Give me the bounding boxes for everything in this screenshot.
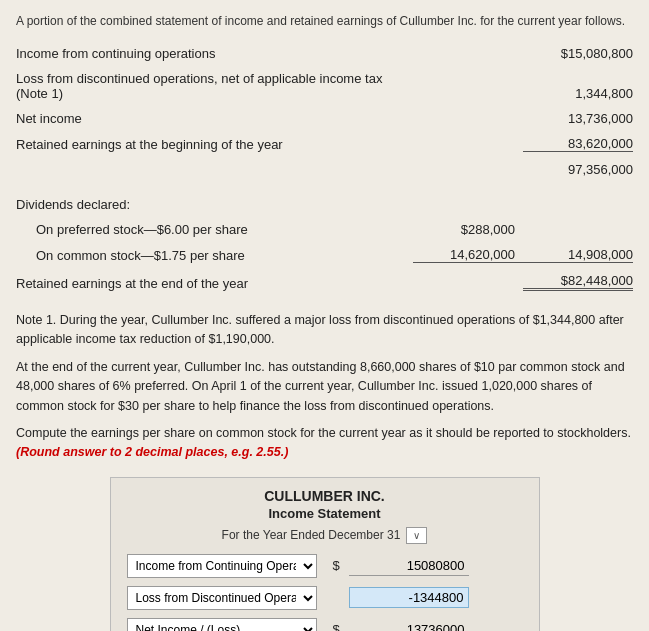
fin-row-3: Net income 13,736,000 bbox=[16, 109, 633, 128]
fin-row-2: Loss from discontinued operations, net o… bbox=[16, 69, 633, 103]
fin-div-col2-2: 14,908,000 bbox=[523, 247, 633, 263]
form-company: CULLUMBER INC. bbox=[127, 488, 523, 504]
fin-label-4: Retained earnings at the beginning of th… bbox=[16, 137, 413, 152]
fin-row-div-2: On common stock—$1.75 per share 14,620,0… bbox=[16, 245, 633, 265]
fin-row-5: 97,356,000 bbox=[16, 160, 633, 179]
field-label-wrapper-2: Loss from Discontinued Operations bbox=[127, 586, 327, 610]
note3-highlight: (Round answer to 2 decimal places, e.g. … bbox=[16, 445, 288, 459]
page-container: A portion of the combined statement of i… bbox=[0, 0, 649, 631]
fin-row-retained-end: Retained earnings at the end of the year… bbox=[16, 271, 633, 293]
fin-col2-4: 83,620,000 bbox=[523, 136, 633, 152]
fin-col2-3: 13,736,000 bbox=[523, 111, 633, 126]
fin-row-4: Retained earnings at the beginning of th… bbox=[16, 134, 633, 154]
form-field-row-2: Loss from Discontinued Operations bbox=[127, 586, 523, 610]
note3: Compute the earnings per share on common… bbox=[16, 424, 633, 463]
financial-table: Income from continuing operations $15,08… bbox=[16, 44, 633, 293]
form-field-row-3: Net Income / (Loss) $ bbox=[127, 618, 523, 631]
chevron-down-icon: ∨ bbox=[413, 530, 420, 541]
dollar-sign-3: $ bbox=[333, 622, 343, 631]
form-field-row-1: Income from Continuing Operations $ bbox=[127, 554, 523, 578]
fin-div-label-1: On preferred stock—$6.00 per share bbox=[36, 222, 413, 237]
field-input-2[interactable] bbox=[349, 587, 469, 608]
form-period-label: For the Year Ended December 31 bbox=[222, 528, 401, 542]
fin-label-3: Net income bbox=[16, 111, 413, 126]
field-label-wrapper-1: Income from Continuing Operations bbox=[127, 554, 327, 578]
note3-prefix: Compute the earnings per share on common… bbox=[16, 426, 631, 440]
fin-div-label-2: On common stock—$1.75 per share bbox=[36, 248, 413, 263]
field-label-select-1[interactable]: Income from Continuing Operations bbox=[127, 554, 317, 578]
period-dropdown[interactable]: ∨ bbox=[406, 527, 427, 544]
fin-dividends-label: Dividends declared: bbox=[16, 197, 413, 212]
fin-row-div-header: Dividends declared: bbox=[16, 195, 633, 214]
intro-text: A portion of the combined statement of i… bbox=[16, 12, 633, 30]
form-period-row: For the Year Ended December 31 ∨ bbox=[127, 527, 523, 544]
fin-label-2: Loss from discontinued operations, net o… bbox=[16, 71, 413, 101]
form-title: Income Statement bbox=[127, 506, 523, 521]
field-label-select-3[interactable]: Net Income / (Loss) bbox=[127, 618, 317, 631]
fin-retained-end-value: $82,448,000 bbox=[523, 273, 633, 291]
field-label-wrapper-3: Net Income / (Loss) bbox=[127, 618, 327, 631]
notes-section: Note 1. During the year, Cullumber Inc. … bbox=[16, 311, 633, 463]
field-input-3[interactable] bbox=[349, 620, 469, 631]
fin-col2-2: 1,344,800 bbox=[523, 86, 633, 101]
fin-col2-1: $15,080,800 bbox=[523, 46, 633, 61]
field-input-1[interactable] bbox=[349, 556, 469, 576]
fin-retained-end-label: Retained earnings at the end of the year bbox=[16, 276, 413, 291]
fin-div-col1-2: 14,620,000 bbox=[413, 247, 523, 263]
fin-row-div-1: On preferred stock—$6.00 per share $288,… bbox=[16, 220, 633, 239]
fin-row-1: Income from continuing operations $15,08… bbox=[16, 44, 633, 63]
income-statement-form: CULLUMBER INC. Income Statement For the … bbox=[110, 477, 540, 631]
note2: At the end of the current year, Cullumbe… bbox=[16, 358, 633, 416]
fin-label-1: Income from continuing operations bbox=[16, 46, 413, 61]
note1: Note 1. During the year, Cullumber Inc. … bbox=[16, 311, 633, 350]
field-label-select-2[interactable]: Loss from Discontinued Operations bbox=[127, 586, 317, 610]
fin-col2-5: 97,356,000 bbox=[523, 162, 633, 177]
dollar-sign-1: $ bbox=[333, 558, 343, 573]
fin-div-col1-1: $288,000 bbox=[413, 222, 523, 237]
